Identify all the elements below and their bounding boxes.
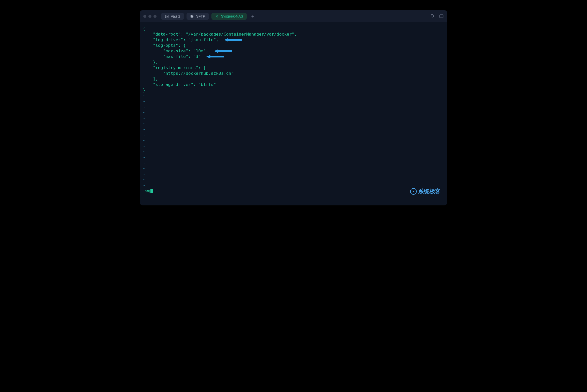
notifications-icon[interactable]	[430, 14, 435, 19]
tab-label: Vaults	[171, 14, 180, 18]
vault-icon	[165, 14, 169, 18]
code-line: "log-opts": {	[143, 43, 444, 48]
code-line: "data-root": "/var/packages/ContainerMan…	[143, 32, 444, 37]
terminal-viewport[interactable]: { "data-root": "/var/packages/ContainerM…	[140, 22, 447, 205]
titlebar-actions	[430, 14, 444, 19]
titlebar: Vaults SFTP Sysgeek-NAS	[140, 10, 447, 22]
tab-label: SFTP	[196, 14, 205, 18]
vim-empty-line: ~	[143, 110, 444, 115]
new-tab-button[interactable]	[249, 13, 256, 20]
watermark: 系统极客	[410, 188, 441, 195]
vim-empty-line: ~	[143, 127, 444, 132]
vim-empty-line: ~	[143, 121, 444, 127]
code-line: {	[143, 26, 444, 32]
close-window-button[interactable]	[143, 15, 146, 18]
vim-empty-line: ~	[143, 104, 444, 110]
vim-empty-line: ~	[143, 99, 444, 104]
close-icon[interactable]	[215, 14, 219, 18]
tab-vaults[interactable]: Vaults	[161, 13, 184, 20]
code-line: }	[143, 87, 444, 93]
vim-empty-line: ~	[143, 143, 444, 149]
vim-empty-line: ~	[143, 155, 444, 160]
code-line: "storage-driver": "btrfs"	[143, 82, 444, 87]
svg-marker-5	[224, 38, 228, 42]
vim-empty-line: ~	[143, 166, 444, 171]
vim-empty-line: ~	[143, 149, 444, 155]
cursor	[150, 189, 153, 193]
vim-command-line[interactable]: :wq	[143, 188, 444, 194]
code-line: "max-size": "10m",	[143, 48, 444, 54]
vim-empty-line: ~	[143, 183, 444, 188]
vim-empty-line: ~	[143, 115, 444, 121]
code-line: "max-file": "3"	[143, 54, 444, 59]
panel-toggle-icon[interactable]	[439, 14, 444, 19]
svg-rect-0	[165, 15, 168, 18]
minimize-window-button[interactable]	[148, 15, 151, 18]
code-line: "registry-mirrors": [	[143, 65, 444, 71]
vim-empty-line: ~	[143, 138, 444, 143]
tab-sftp[interactable]: SFTP	[187, 13, 209, 20]
vim-empty-line: ~	[143, 177, 444, 183]
svg-rect-2	[440, 15, 443, 18]
code-line: "log-driver": "json-file",	[143, 37, 444, 43]
folder-icon	[190, 14, 194, 18]
watermark-logo-icon	[410, 188, 417, 195]
svg-marker-7	[214, 49, 218, 53]
svg-marker-9	[206, 55, 210, 58]
vim-empty-line: ~	[143, 160, 444, 166]
code-line: },	[143, 59, 444, 65]
window-controls	[143, 15, 157, 18]
terminal-window: Vaults SFTP Sysgeek-NAS	[140, 10, 447, 205]
tab-label: Sysgeek-NAS	[221, 14, 243, 18]
code-line: ],	[143, 76, 444, 82]
code-line: "https://dockerhub.azk8s.cn"	[143, 71, 444, 76]
tab-active-session[interactable]: Sysgeek-NAS	[211, 13, 247, 20]
vim-empty-line: ~	[143, 93, 444, 99]
svg-point-1	[166, 16, 167, 17]
vim-empty-line: ~	[143, 132, 444, 138]
maximize-window-button[interactable]	[153, 15, 157, 18]
vim-empty-line: ~	[143, 171, 444, 177]
vim-command-text: :wq	[143, 188, 150, 194]
watermark-text: 系统极客	[418, 189, 441, 194]
